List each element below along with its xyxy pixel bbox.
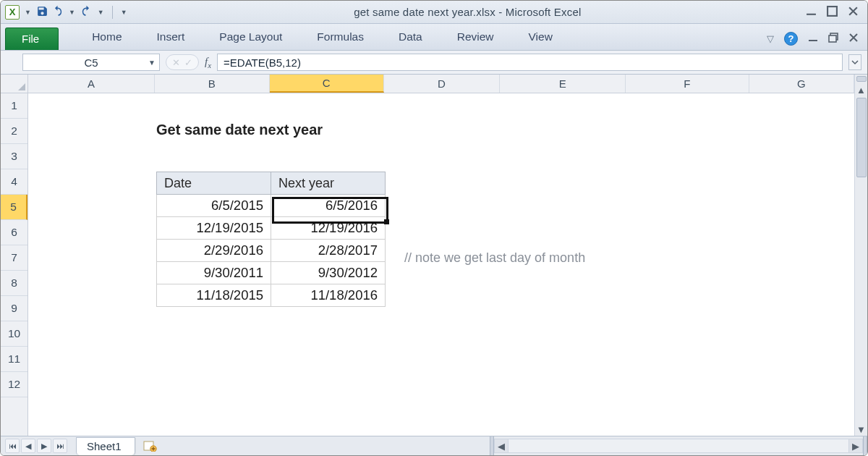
scroll-right-icon[interactable]: ▶ [848, 439, 863, 453]
qat-dropdown-1[interactable]: ▼ [22, 9, 33, 16]
table-cell[interactable]: 6/5/2016 [271, 195, 386, 217]
table-cell[interactable]: 2/29/2016 [157, 240, 271, 262]
undo-dropdown[interactable]: ▼ [67, 9, 77, 16]
table-cell[interactable]: 9/30/2012 [271, 262, 386, 284]
name-box-dropdown[interactable]: ▼ [146, 56, 158, 68]
table-cell[interactable]: 12/19/2016 [271, 217, 386, 240]
window-title: get same date next year.xlsx - Microsoft… [129, 6, 806, 18]
formula-bar: C5 ▼ ✕ ✓ fx =EDATE(B5,12) [1, 51, 867, 75]
note-text: // note we get last day of month [404, 250, 585, 266]
column-header-D[interactable]: D [384, 75, 500, 93]
row-header-5[interactable]: 5 [1, 195, 27, 220]
hscroll-end-handle[interactable] [863, 436, 867, 455]
svg-rect-4 [829, 35, 836, 42]
table-row: 11/18/201511/18/2016 [157, 284, 386, 307]
redo-icon[interactable] [80, 5, 93, 20]
worksheet-grid[interactable]: ABCDEFG 123456789101112 Get same date ne… [1, 75, 867, 436]
workbook-close-icon[interactable] [848, 33, 859, 45]
sheet-tab-bar: ⏮ ◀ ▶ ⏭ Sheet1 ◀ ▶ [1, 436, 867, 455]
column-header-G[interactable]: G [749, 75, 854, 93]
row-headers: 123456789101112 [1, 93, 28, 436]
tab-page-layout[interactable]: Page Layout [202, 26, 299, 50]
tab-data[interactable]: Data [381, 26, 440, 50]
table-row: 6/5/20156/5/2016 [157, 195, 386, 217]
data-table: DateNext year 6/5/20156/5/201612/19/2015… [156, 172, 386, 307]
formula-buttons: ✕ ✓ [166, 54, 199, 70]
sheet-nav-next-icon[interactable]: ▶ [37, 439, 51, 453]
new-sheet-icon[interactable] [141, 439, 160, 453]
close-icon[interactable] [848, 6, 859, 19]
qat-customize[interactable]: ▼ [119, 9, 129, 16]
expand-formula-bar-icon[interactable] [848, 54, 861, 70]
formula-input[interactable]: =EDATE(B5,12) [217, 54, 843, 71]
sheet-nav-prev-icon[interactable]: ◀ [21, 439, 35, 453]
row-header-6[interactable]: 6 [1, 220, 27, 245]
table-cell[interactable]: 12/19/2015 [157, 217, 271, 240]
vertical-scrollbar[interactable]: ▲ ▼ [854, 75, 867, 436]
scroll-thumb[interactable] [856, 98, 867, 177]
table-cell[interactable]: 9/30/2011 [157, 262, 271, 284]
fx-icon[interactable]: fx [205, 56, 211, 69]
help-icon[interactable]: ? [784, 32, 798, 46]
excel-icon[interactable]: X [5, 5, 20, 20]
column-header-A[interactable]: A [28, 75, 155, 93]
row-header-1[interactable]: 1 [1, 93, 27, 119]
svg-rect-1 [827, 7, 837, 16]
column-header-B[interactable]: B [155, 75, 269, 93]
row-header-2[interactable]: 2 [1, 119, 27, 144]
horizontal-scrollbar[interactable]: ◀ ▶ [490, 436, 867, 455]
title-bar: X ▼ ▼ ▼ ▼ get same date next year.xlsx -… [1, 1, 867, 24]
column-header-E[interactable]: E [500, 75, 626, 93]
table-cell[interactable]: 11/18/2015 [157, 284, 271, 307]
column-header-C[interactable]: C [270, 75, 384, 93]
minimize-icon[interactable] [806, 6, 817, 19]
table-row: 12/19/201512/19/2016 [157, 217, 386, 240]
tab-review[interactable]: Review [440, 26, 511, 50]
save-icon[interactable] [36, 5, 48, 20]
hscroll-track[interactable] [509, 439, 848, 453]
redo-dropdown[interactable]: ▼ [95, 9, 106, 16]
window-controls [806, 6, 863, 19]
table-header: Next year [271, 172, 386, 195]
ribbon: File HomeInsertPage LayoutFormulasDataRe… [1, 24, 867, 51]
maximize-icon[interactable] [827, 6, 838, 19]
name-box[interactable]: C5 ▼ [22, 54, 160, 71]
table-cell[interactable]: 2/28/2017 [271, 240, 386, 262]
row-header-4[interactable]: 4 [1, 169, 27, 195]
workbook-restore-icon[interactable] [828, 33, 838, 45]
row-header-3[interactable]: 3 [1, 144, 27, 169]
sheet-nav-last-icon[interactable]: ⏭ [53, 439, 67, 453]
row-header-9[interactable]: 9 [1, 296, 27, 321]
heading-text: Get same date next year [156, 122, 323, 138]
row-header-10[interactable]: 10 [1, 321, 27, 347]
workbook-minimize-icon[interactable] [808, 33, 818, 45]
row-header-8[interactable]: 8 [1, 271, 27, 296]
sheet-tab[interactable]: Sheet1 [76, 437, 135, 455]
enter-formula-icon[interactable]: ✓ [184, 57, 192, 68]
scroll-down-icon[interactable]: ▼ [855, 423, 867, 436]
cells-area[interactable]: Get same date next year DateNext year 6/… [28, 93, 854, 436]
ribbon-minimize-icon[interactable]: ▽ [767, 33, 774, 44]
table-cell[interactable]: 6/5/2015 [157, 195, 271, 217]
tab-formulas[interactable]: Formulas [299, 26, 381, 50]
svg-rect-0 [807, 13, 816, 14]
tab-home[interactable]: Home [75, 26, 139, 50]
row-header-12[interactable]: 12 [1, 372, 27, 397]
row-header-7[interactable]: 7 [1, 245, 27, 271]
scroll-up-icon[interactable]: ▲ [855, 83, 867, 96]
table-row: 2/29/20162/28/2017 [157, 240, 386, 262]
quick-access-toolbar: X ▼ ▼ ▼ ▼ [5, 5, 129, 20]
column-header-F[interactable]: F [626, 75, 749, 93]
table-cell[interactable]: 11/18/2016 [271, 284, 386, 307]
file-tab[interactable]: File [5, 28, 59, 50]
name-box-value: C5 [84, 56, 98, 69]
tab-insert[interactable]: Insert [140, 26, 203, 50]
scroll-left-icon[interactable]: ◀ [494, 439, 509, 453]
row-header-11[interactable]: 11 [1, 347, 27, 372]
undo-icon[interactable] [51, 5, 64, 20]
split-handle[interactable] [856, 76, 867, 82]
select-all-corner[interactable] [1, 75, 28, 93]
tab-view[interactable]: View [511, 26, 570, 50]
cancel-formula-icon[interactable]: ✕ [172, 57, 180, 68]
sheet-nav-first-icon[interactable]: ⏮ [5, 439, 20, 453]
